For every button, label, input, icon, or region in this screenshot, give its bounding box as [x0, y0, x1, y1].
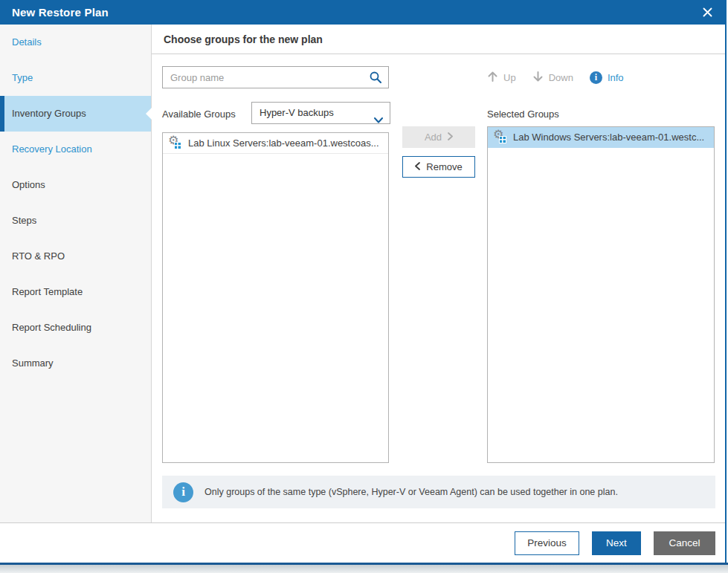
- content-panel: Choose groups for the new plan: [152, 25, 725, 522]
- up-arrow-icon: [487, 71, 498, 85]
- search-input[interactable]: [163, 67, 388, 88]
- group-name: Lab Windows Servers:lab-veeam-01.westc..…: [513, 132, 704, 143]
- sidebar-item-options[interactable]: Options: [0, 167, 151, 203]
- next-button[interactable]: Next: [592, 531, 641, 555]
- info-label: Info: [608, 72, 624, 83]
- main-area: Details Type Inventory Groups Recovery L…: [0, 25, 725, 522]
- close-icon[interactable]: [700, 5, 715, 20]
- sidebar-item-rto-rpo[interactable]: RTO & RPO: [0, 239, 151, 274]
- wizard-steps-sidebar: Details Type Inventory Groups Recovery L…: [0, 25, 152, 522]
- window-bottom-shadow: [0, 565, 728, 573]
- selected-group-row[interactable]: ⚙ Lab Windows Servers:lab-veeam-01.westc…: [488, 127, 714, 148]
- window-title: New Restore Plan: [12, 6, 109, 19]
- chevron-left-icon: [415, 161, 420, 172]
- group-type-select[interactable]: Hyper-V backups: [251, 102, 390, 124]
- group-type-value: Hyper-V backups: [260, 107, 334, 118]
- down-label: Down: [549, 72, 573, 83]
- sidebar-item-report-scheduling[interactable]: Report Scheduling: [0, 310, 151, 346]
- down-arrow-icon: [532, 71, 544, 85]
- add-label: Add: [425, 132, 442, 143]
- info-icon: i: [590, 71, 602, 84]
- vm-group-gear-windows-icon: ⚙: [494, 132, 506, 143]
- sidebar-item-report-template[interactable]: Report Template: [0, 274, 151, 310]
- wizard-footer: Previous Next Cancel: [0, 522, 725, 563]
- search-icon[interactable]: [369, 71, 382, 84]
- content-body: Up Down i Info Available Groups S: [152, 55, 725, 522]
- available-group-row[interactable]: ⚙ Lab Linux Servers:lab-veeam-01.westcoa…: [163, 133, 388, 154]
- move-up-button[interactable]: Up: [487, 71, 516, 85]
- available-groups-label: Available Groups: [162, 109, 236, 120]
- remove-label: Remove: [426, 161, 462, 172]
- chevron-right-icon: [448, 132, 453, 143]
- new-restore-plan-dialog: New Restore Plan Details Type Inventory …: [0, 0, 727, 563]
- sidebar-item-summary[interactable]: Summary: [0, 346, 151, 381]
- selected-groups-toolbar: Up Down i Info: [487, 71, 624, 85]
- sidebar-item-recovery-location[interactable]: Recovery Location: [0, 132, 151, 167]
- sidebar-item-details[interactable]: Details: [0, 25, 151, 60]
- sidebar-item-type[interactable]: Type: [0, 60, 151, 96]
- cancel-button[interactable]: Cancel: [654, 531, 715, 555]
- titlebar: New Restore Plan: [0, 0, 725, 25]
- previous-button[interactable]: Previous: [515, 531, 579, 555]
- info-circle-icon: i: [173, 482, 193, 502]
- add-button[interactable]: Add: [402, 126, 475, 148]
- group-search: [162, 66, 389, 88]
- vm-group-gear-windows-icon: ⚙: [169, 137, 181, 149]
- page-title: Choose groups for the new plan: [152, 25, 725, 54]
- remove-button[interactable]: Remove: [402, 156, 475, 178]
- move-down-button[interactable]: Down: [532, 71, 573, 85]
- up-label: Up: [503, 72, 516, 83]
- sidebar-item-inventory-groups[interactable]: Inventory Groups: [0, 96, 151, 132]
- group-name: Lab Linux Servers:lab-veeam-01.westcoas.…: [188, 137, 379, 149]
- available-groups-list: ⚙ Lab Linux Servers:lab-veeam-01.westcoa…: [162, 132, 389, 463]
- info-note-bar: i Only groups of the same type (vSphere,…: [162, 476, 715, 508]
- note-text: Only groups of the same type (vSphere, H…: [204, 487, 618, 497]
- chevron-down-icon: [374, 110, 383, 131]
- selected-groups-list: ⚙ Lab Windows Servers:lab-veeam-01.westc…: [487, 126, 715, 463]
- sidebar-item-steps[interactable]: Steps: [0, 203, 151, 239]
- selected-groups-label: Selected Groups: [487, 109, 559, 120]
- info-button[interactable]: i Info: [590, 71, 624, 84]
